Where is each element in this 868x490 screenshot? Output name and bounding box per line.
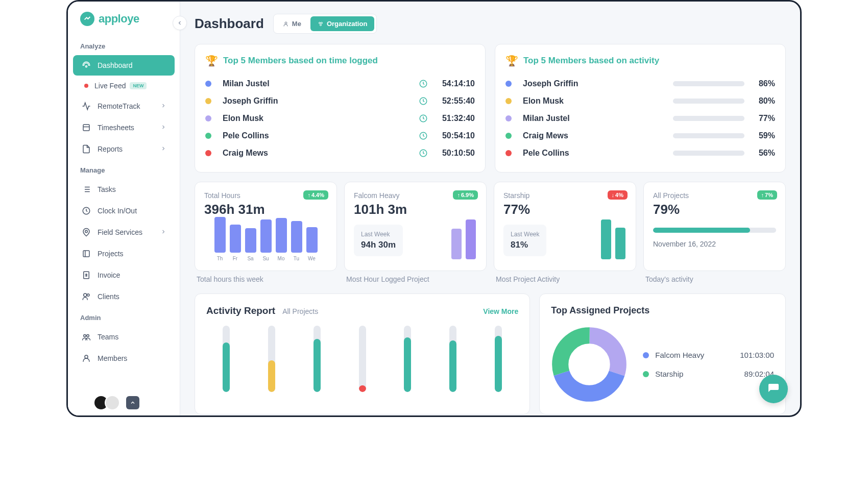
progress-bar xyxy=(653,228,776,233)
activity-bar xyxy=(673,116,744,121)
top5-activity-title: Top 5 Members based on activity xyxy=(523,56,659,66)
clock-icon xyxy=(419,96,428,106)
live-dot-icon xyxy=(84,84,88,88)
activity-bar xyxy=(449,326,456,392)
last-week-box: Last Week 94h 30m xyxy=(354,225,403,256)
stat-caption: Most Project Activity xyxy=(494,275,636,283)
svg-point-22 xyxy=(321,22,322,23)
day-bar: Sa xyxy=(245,228,256,261)
stat-top-project: ↑6.9% Falcom Heavy 101h 3m Last Week 94h… xyxy=(344,182,487,271)
nav-section-label: Analyze xyxy=(68,36,180,54)
activity-bar xyxy=(673,151,744,156)
sidebar-item-label: Invoice xyxy=(98,271,120,279)
toggle-organization[interactable]: Organization xyxy=(310,16,374,31)
sidebar-item-label: Field Services xyxy=(98,228,142,236)
date-text: November 16, 2022 xyxy=(653,240,776,248)
projects-icon xyxy=(81,249,91,259)
sidebar-item-projects[interactable]: Projects xyxy=(73,243,175,264)
sidebar-item-label: Members xyxy=(98,354,127,362)
day-bar: Th xyxy=(214,217,226,261)
member-row: Milan Justel54:14:10 xyxy=(205,75,475,92)
stat-total-hours: ↑4.4% Total Hours 396h 31m ThFrSaSuMoTuW… xyxy=(195,182,337,271)
last-week-box: Last Week 81% xyxy=(503,225,546,256)
activity-bar xyxy=(223,326,230,392)
sidebar-item-dashboard[interactable]: Dashboard xyxy=(73,55,175,76)
trend-badge: ↑4.4% xyxy=(303,190,328,200)
invoice-icon xyxy=(81,270,91,280)
sidebar-item-clients[interactable]: Clients xyxy=(73,286,175,307)
sidebar-item-field-services[interactable]: Field Services xyxy=(73,222,175,242)
stat-value: 101h 3m xyxy=(354,202,477,217)
svg-point-21 xyxy=(319,22,320,23)
svg-point-10 xyxy=(85,230,88,233)
member-row: Pele Collins50:54:10 xyxy=(205,127,475,144)
project-legend-row: Starship89:02:04 xyxy=(643,364,774,383)
bottom-avatar-stack[interactable] xyxy=(93,395,139,410)
member-row: Craig Mews50:10:50 xyxy=(205,144,475,162)
app-window: apploye AnalyzeDashboardLive FeedNEWRemo… xyxy=(66,0,802,417)
member-name: Pele Collins xyxy=(523,149,673,158)
clock-icon xyxy=(419,149,428,158)
member-color-dot xyxy=(205,98,211,104)
sidebar-item-timesheets[interactable]: Timesheets xyxy=(73,117,175,138)
member-color-dot xyxy=(205,115,211,121)
member-color-dot xyxy=(505,133,512,139)
report-icon xyxy=(81,144,91,154)
sidebar-item-remotetrack[interactable]: RemoteTrack xyxy=(73,96,175,116)
sidebar-collapse-button[interactable] xyxy=(173,16,187,30)
project-name: Starship xyxy=(655,370,738,378)
svg-rect-1 xyxy=(83,125,89,131)
sidebar-item-label: Clock In/Out xyxy=(98,207,137,215)
nav-section-label: Manage xyxy=(68,160,180,178)
member-name: Pele Collins xyxy=(223,131,419,140)
page-title: Dashboard xyxy=(195,16,264,32)
svg-point-17 xyxy=(84,335,86,337)
svg-point-20 xyxy=(285,22,287,24)
nav-section-label: Admin xyxy=(68,308,180,326)
sidebar-item-teams[interactable]: Teams xyxy=(73,327,175,347)
teams-icon xyxy=(81,332,91,342)
sidebar-item-label: Dashboard xyxy=(98,61,133,69)
sidebar-item-live-feed[interactable]: Live FeedNEW xyxy=(73,77,175,95)
svg-point-15 xyxy=(84,293,87,297)
member-row: Joseph Griffin86% xyxy=(505,75,775,92)
member-color-dot xyxy=(505,115,512,121)
avatar xyxy=(105,395,120,410)
top-assigned-title: Top Assigned Projects xyxy=(551,305,774,316)
svg-point-19 xyxy=(85,355,88,358)
top5-time-card: 🏆 Top 5 Members based on time logged Mil… xyxy=(195,44,486,173)
member-name: Elon Musk xyxy=(523,96,673,106)
sidebar-item-reports[interactable]: Reports xyxy=(73,139,175,159)
sidebar-item-invoice[interactable]: Invoice xyxy=(73,265,175,285)
legend-dot xyxy=(643,352,649,358)
stat-value: 77% xyxy=(503,202,626,217)
day-bar: Su xyxy=(260,219,272,261)
toggle-me[interactable]: Me xyxy=(276,16,308,31)
view-more-link[interactable]: View More xyxy=(483,307,518,315)
sidebar-item-label: RemoteTrack xyxy=(98,102,140,110)
sidebar-item-label: Clients xyxy=(98,292,119,301)
trophy-icon: 🏆 xyxy=(205,55,218,67)
clock-icon xyxy=(419,79,428,88)
project-name: Falcom Heavy xyxy=(655,351,734,359)
chat-fab-button[interactable] xyxy=(759,375,788,403)
scroll-up-button[interactable] xyxy=(126,396,139,409)
day-bar: Tu xyxy=(291,221,302,261)
donut-chart xyxy=(551,326,628,403)
sidebar-item-label: Timesheets xyxy=(98,124,134,132)
svg-rect-11 xyxy=(83,251,89,257)
sidebar-item-members[interactable]: Members xyxy=(73,348,175,369)
clients-icon xyxy=(81,291,91,302)
sidebar-item-tasks[interactable]: Tasks xyxy=(73,179,175,200)
member-name: Milan Justel xyxy=(523,114,673,123)
clock-icon xyxy=(419,114,428,123)
stat-all-projects: ↑7% All Projects 79% November 16, 2022 xyxy=(643,182,786,271)
member-name: Elon Musk xyxy=(223,114,419,123)
clock-icon xyxy=(81,206,91,216)
sidebar-item-clock-in-out[interactable]: Clock In/Out xyxy=(73,201,175,221)
brand-logo[interactable]: apploye xyxy=(68,12,180,36)
day-bar: We xyxy=(306,227,318,261)
tasks-icon xyxy=(81,184,91,194)
member-row: Craig Mews59% xyxy=(505,127,775,144)
member-color-dot xyxy=(205,133,211,139)
